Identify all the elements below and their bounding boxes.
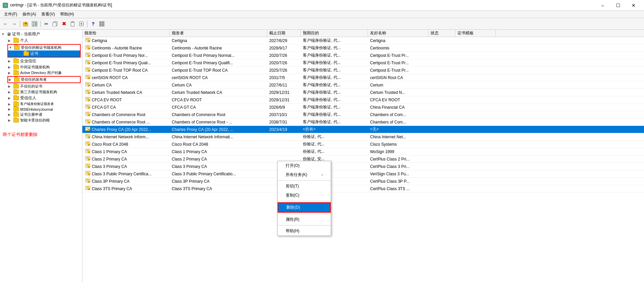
svg-rect-28 bbox=[86, 54, 89, 54]
col-purpose[interactable]: 预期目的 bbox=[301, 30, 368, 37]
context-menu-item[interactable]: 剪切(T) bbox=[278, 182, 331, 191]
col-expiry[interactable]: 截止日期 bbox=[267, 30, 301, 37]
context-menu-item[interactable]: 复制(C) bbox=[278, 191, 331, 200]
cell-issued-to: Certum CA bbox=[92, 83, 112, 87]
table-row[interactable]: ★ Class 2 Primary CA Class 2 Primary CA … bbox=[82, 155, 644, 163]
minimize-button[interactable]: – bbox=[595, 0, 610, 11]
context-menu-item[interactable]: 属性(R) bbox=[278, 215, 331, 224]
title-bar: 🔒 certmgr - [证书 - 当前用户\受信任的根证书颁发机构\证书] –… bbox=[0, 0, 644, 11]
cell-issued-to: Certipost E-Trust Primary Quali... bbox=[92, 61, 151, 65]
table-row[interactable]: ★ CFCA GT CA CFCA GT CA 2026/6/9 客户端身份验证… bbox=[82, 104, 644, 111]
table-row[interactable]: ★ Class 1 Primary CA Class 1 Primary CA … bbox=[82, 148, 644, 155]
table-row[interactable]: ★ Certipost E-Trust TOP Root CA Certipos… bbox=[82, 67, 644, 74]
help-button[interactable]: ? bbox=[89, 20, 97, 28]
tree-item-client-auth[interactable]: ▶ 客户端身份验证颁发者 bbox=[1, 101, 81, 107]
table-row[interactable]: ★ Class 3P Primary CA Class 3P Primary C… bbox=[82, 178, 644, 185]
tree-item-trusted-people[interactable]: ▶ 受信任人 bbox=[1, 95, 81, 101]
tree-item-thirdparty[interactable]: ▶ 第三方根证书颁发机构 bbox=[1, 89, 81, 95]
tree-label-thirdparty: 第三方根证书颁发机构 bbox=[20, 90, 57, 95]
table-row[interactable]: ★ Certipost E-Trust Primary Nor... Certi… bbox=[82, 52, 644, 59]
cell-issuer: Class 3 Public Primary Certificatio... bbox=[170, 172, 267, 176]
context-menu: 打开(O)所有任务(K)›剪切(T)复制(C)删除(D)属性(R)帮助(H) bbox=[277, 161, 331, 236]
folder-icon-enterprise bbox=[13, 59, 19, 63]
cell-expiry: 2029/12/31 bbox=[267, 90, 301, 95]
cert-icon: ★ bbox=[85, 67, 90, 73]
col-status[interactable]: 状态 bbox=[429, 30, 455, 37]
tree-item-smartcard[interactable]: ▶ 智能卡受信任的根 bbox=[1, 117, 81, 123]
tree-label-intermediate: 中间证书颁发机构 bbox=[20, 65, 50, 70]
maximize-button[interactable]: ☐ bbox=[610, 0, 626, 11]
tree-item-enterprise[interactable]: ▶ 企业信任 bbox=[1, 58, 81, 64]
table-row[interactable]: ★ Certinomis - Autorité Racine Certinomi… bbox=[82, 44, 644, 52]
context-menu-item[interactable]: 打开(O) bbox=[278, 161, 331, 170]
tree-root[interactable]: ▼ 🖥 证书 - 当前用户 bbox=[1, 31, 81, 37]
context-menu-item[interactable]: 帮助(H) bbox=[278, 226, 331, 236]
menu-action[interactable]: 操作(A) bbox=[20, 11, 39, 18]
ctx-item-label: 所有任务(K) bbox=[286, 172, 307, 178]
tree-expand-root[interactable]: ▼ bbox=[1, 32, 7, 36]
table-row[interactable]: ★ Class 3TS Primary CA Class 3TS Primary… bbox=[82, 185, 644, 192]
cell-friendly: certSIGN Root CA bbox=[368, 75, 429, 80]
tree-item-trusted-publisher[interactable]: ▶ 受信任的发布者 bbox=[8, 77, 80, 82]
svg-rect-88 bbox=[86, 142, 89, 143]
table-row[interactable]: ★ CFCA EV ROOT CFCA EV ROOT 2029/12/31 客… bbox=[82, 96, 644, 104]
table-row[interactable]: ★ Class 3 Public Primary Certifica... Cl… bbox=[82, 170, 644, 178]
back-button[interactable]: ← bbox=[1, 20, 9, 28]
tree-item-intermediate[interactable]: ▶ 中间证书颁发机构 bbox=[1, 64, 81, 70]
context-menu-item[interactable]: 删除(D) bbox=[278, 202, 331, 213]
paste-button[interactable] bbox=[69, 20, 77, 28]
delete-button[interactable]: ✖ bbox=[60, 20, 68, 28]
tree-item-msie[interactable]: ▶ MSIEHistoryJournal bbox=[1, 107, 81, 112]
export-button[interactable] bbox=[98, 20, 106, 28]
table-row[interactable]: ★ certSIGN ROOT CA certSIGN ROOT CA 2031… bbox=[82, 74, 644, 81]
cut-button[interactable]: ✂ bbox=[42, 20, 50, 28]
svg-rect-63 bbox=[86, 105, 89, 106]
table-row[interactable]: ★ Certum CA Certum CA 2027/6/11 客户端身份验证,… bbox=[82, 81, 644, 89]
cell-friendly: Chambers of Com... bbox=[368, 120, 429, 125]
tree-item-personal[interactable]: ▶ 个人 bbox=[1, 37, 81, 44]
cell-issuer: certSIGN ROOT CA bbox=[170, 75, 267, 80]
col-friendly[interactable]: 友好名称 bbox=[368, 30, 429, 37]
cell-expiry: 2028/9/17 bbox=[267, 46, 301, 50]
tree-label-msie: MSIEHistoryJournal bbox=[20, 107, 53, 111]
up-folder-button[interactable] bbox=[22, 20, 30, 28]
tree-item-cert-request[interactable]: ▶ 证书注册申请 bbox=[1, 112, 81, 117]
table-row[interactable]: ★ Chambers of Commerce Root Chambers of … bbox=[82, 111, 644, 118]
tree-item-activedir[interactable]: ▶ Active Directory 用户对象 bbox=[1, 70, 81, 76]
menu-view[interactable]: 查看(V) bbox=[39, 11, 57, 18]
cell-expiry: 2031/7/5 bbox=[267, 75, 301, 80]
svg-rect-68 bbox=[86, 113, 89, 113]
tree-item-trusted-root[interactable]: ▼ 受信任的根证书颁发机构 bbox=[8, 45, 80, 50]
context-menu-item[interactable]: 所有任务(K)› bbox=[278, 170, 331, 179]
table-row[interactable]: ★ Charles Proxy CA (20 Apr 2022... Charl… bbox=[82, 126, 644, 133]
copy2-button[interactable] bbox=[77, 20, 85, 28]
table-row[interactable]: ★ Chambers of Commerce Root ... Chambers… bbox=[82, 118, 644, 126]
close-button[interactable]: ✕ bbox=[626, 0, 641, 11]
col-issued-to[interactable]: 颁发给 bbox=[82, 30, 170, 37]
cell-purpose: 客户端身份验证, 代... bbox=[301, 90, 368, 95]
tree-item-untrusted[interactable]: ▶ 不信任的证书 bbox=[1, 83, 81, 89]
window-controls: – ☐ ✕ bbox=[595, 0, 641, 11]
menu-help[interactable]: 帮助(H) bbox=[57, 11, 77, 18]
table-row[interactable]: ★ Class 3 Primary CA Class 3 Primary CA … bbox=[82, 163, 644, 170]
table-row[interactable]: ★ Cisco Root CA 2048 Cisco Root CA 2048 … bbox=[82, 141, 644, 148]
forward-button[interactable]: → bbox=[10, 20, 18, 28]
copy-button[interactable] bbox=[51, 20, 59, 28]
show-hide-button[interactable] bbox=[31, 20, 39, 28]
menu-file[interactable]: 文件(F) bbox=[1, 11, 20, 18]
table-row[interactable]: ★ Certigna Certigna 2027/6/29 客户端身份验证, 代… bbox=[82, 37, 644, 44]
cell-issued-to: Charles Proxy CA (20 Apr 2022... bbox=[92, 127, 151, 132]
col-template[interactable]: 证书模板 bbox=[455, 30, 496, 37]
cert-icon: ★ bbox=[85, 171, 90, 177]
table-row[interactable]: ★ China Internet Network Inform... China… bbox=[82, 133, 644, 141]
cert-icon: ★ bbox=[85, 141, 90, 147]
ctx-item-label: 删除(D) bbox=[286, 205, 300, 210]
col-issuer[interactable]: 颁发者 bbox=[170, 30, 267, 37]
svg-rect-98 bbox=[86, 157, 89, 158]
main-content: ▼ 🖥 证书 - 当前用户 ▶ 个人 ▼ 受信任的根证书颁发机构 证书 bbox=[0, 30, 644, 282]
tree-item-certificates[interactable]: 证书 bbox=[8, 50, 80, 57]
table-row[interactable]: ★ Certum Trusted Network CA Certum Trust… bbox=[82, 89, 644, 96]
table-row[interactable]: ★ Certipost E-Trust Primary Quali... Cer… bbox=[82, 59, 644, 67]
svg-rect-108 bbox=[86, 172, 89, 173]
cell-issuer: Certum CA bbox=[170, 83, 267, 87]
